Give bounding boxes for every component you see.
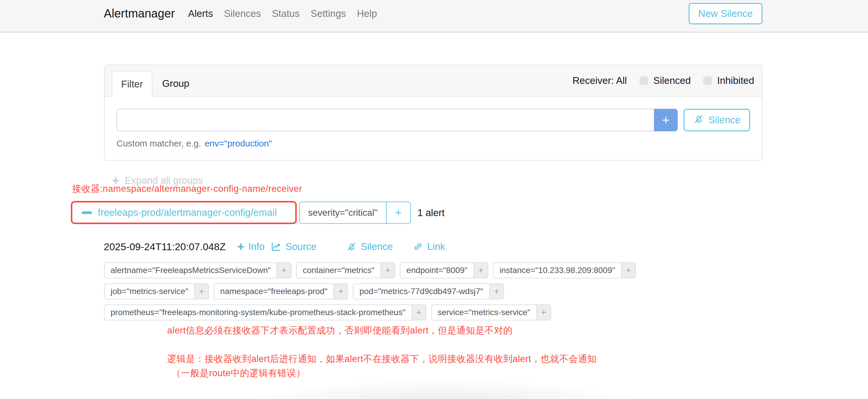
- silence-matchers-label: Silence: [709, 115, 741, 126]
- group-matcher-pill: severity="critical" +: [299, 202, 411, 224]
- alert-label-pill[interactable]: alertname="FreeleapsMetricsServiceDown" …: [104, 262, 291, 278]
- alert-label-pill[interactable]: pod="metrics-77d9cdb497-wdsj7" +: [353, 283, 504, 299]
- alert-label-text: container="metrics": [297, 263, 380, 278]
- matcher-input[interactable]: [117, 109, 654, 131]
- alert-label-text: pod="metrics-77d9cdb497-wdsj7": [353, 284, 489, 299]
- filter-card-body: + Silence Custom matcher, e.g.env="produ…: [105, 97, 762, 161]
- label-add-matcher-button[interactable]: +: [489, 284, 503, 299]
- alert-silence-label: Silence: [361, 241, 393, 252]
- inhibited-checkbox[interactable]: [703, 76, 712, 85]
- alert-label-text: alertname="FreeleapsMetricsServiceDown": [105, 263, 277, 278]
- filter-header-controls: Receiver: All Silenced Inhibited: [572, 65, 754, 96]
- filter-card-header: Filter Group Receiver: All Silenced Inhi…: [105, 65, 762, 97]
- alert-link-label: Link: [427, 241, 445, 252]
- receiver-group-name: freeleaps-prod/alertmanager-config/email: [98, 207, 277, 218]
- alert-info-button[interactable]: + Info: [237, 240, 265, 254]
- nav-status[interactable]: Status: [272, 8, 300, 19]
- main-nav: Alerts Silences Status Settings Help: [188, 8, 377, 19]
- alert-label-text: endpoint="8009": [401, 263, 473, 278]
- nav-help[interactable]: Help: [357, 8, 377, 19]
- annotation-note: 逻辑是：接收器收到alert后进行通知，如果alert不在接收器下，说明接收器没…: [167, 353, 596, 365]
- link-icon: [413, 241, 423, 252]
- label-add-matcher-button[interactable]: +: [473, 263, 488, 278]
- nav-alerts[interactable]: Alerts: [188, 8, 213, 19]
- alert-label-pill[interactable]: endpoint="8009" +: [400, 262, 488, 278]
- silenced-checkbox[interactable]: [640, 76, 648, 85]
- alert-label-pill[interactable]: namespace="freeleaps-prod" +: [214, 283, 348, 299]
- silence-matchers-button[interactable]: Silence: [684, 109, 750, 131]
- alert-info-label: Info: [248, 241, 265, 252]
- tab-group[interactable]: Group: [152, 71, 199, 96]
- inhibited-toggle[interactable]: Inhibited: [703, 75, 754, 86]
- tab-filter[interactable]: Filter: [112, 71, 152, 97]
- alert-source-link[interactable]: Source: [270, 240, 317, 254]
- silenced-label: Silenced: [653, 75, 691, 86]
- label-add-matcher-button[interactable]: +: [536, 305, 551, 320]
- matcher-hint-text: Custom matcher, e.g.: [117, 139, 201, 148]
- receiver-group-button[interactable]: freeleaps-prod/alertmanager-config/email: [71, 201, 297, 224]
- alertmanager-page: Alertmanager Alerts Silences Status Sett…: [0, 0, 868, 399]
- alert-label-row: alertname="FreeleapsMetricsServiceDown" …: [104, 262, 636, 278]
- label-add-matcher-button[interactable]: +: [194, 284, 208, 299]
- nav-settings[interactable]: Settings: [311, 8, 346, 19]
- app-brand[interactable]: Alertmanager: [104, 7, 175, 20]
- top-navbar: Alertmanager Alerts Silences Status Sett…: [0, 0, 868, 33]
- new-silence-button[interactable]: New Silence: [689, 3, 763, 24]
- alert-count: 1 alert: [417, 202, 445, 224]
- alert-label-pill[interactable]: service="metrics-service" +: [431, 304, 551, 320]
- inhibited-label: Inhibited: [717, 75, 754, 86]
- alert-label-text: job="metrics-service": [105, 284, 194, 299]
- alert-permalink[interactable]: Link: [413, 240, 445, 254]
- group-matcher-add-button[interactable]: +: [386, 202, 410, 223]
- bottom-shadow-artifact: [216, 379, 670, 399]
- label-add-matcher-button[interactable]: +: [380, 263, 395, 278]
- nav-silences[interactable]: Silences: [224, 8, 261, 19]
- matcher-input-group: + Silence: [117, 109, 750, 131]
- alert-timestamp: 2025-09-24T11:20:07.048Z: [104, 240, 226, 254]
- collapse-minus-icon: [82, 211, 92, 214]
- add-matcher-button[interactable]: +: [654, 109, 678, 131]
- alert-label-row: job="metrics-service" + namespace="freel…: [104, 283, 504, 299]
- alert-label-pill[interactable]: job="metrics-service" +: [104, 283, 209, 299]
- receiver-annotation-text: 接收器:namespace/altermanager-config-name/r…: [72, 183, 302, 195]
- matcher-hint-example-link[interactable]: env="production": [205, 139, 272, 148]
- bell-slash-icon: [346, 241, 357, 252]
- label-add-matcher-button[interactable]: +: [411, 305, 426, 320]
- bell-slash-icon: [693, 113, 704, 127]
- annotation-note: （一般是route中的逻辑有错误）: [172, 367, 305, 379]
- alert-label-row: prometheus="freeleaps-monitoring-system/…: [104, 304, 551, 320]
- plus-icon: +: [237, 242, 245, 252]
- alert-source-label: Source: [285, 241, 317, 252]
- alert-label-pill[interactable]: instance="10.233.98.209:8009" +: [493, 262, 636, 278]
- chart-icon: [270, 241, 282, 252]
- matcher-hint: Custom matcher, e.g.env="production": [117, 139, 750, 149]
- alert-label-text: instance="10.233.98.209:8009": [494, 263, 621, 278]
- receiver-filter[interactable]: Receiver: All: [572, 75, 627, 86]
- annotation-note: alert信息必须在接收器下才表示配置成功，否则即使能看到alert，但是通知是…: [167, 324, 513, 337]
- alert-label-text: prometheus="freeleaps-monitoring-system/…: [105, 305, 411, 320]
- alert-label-pill[interactable]: prometheus="freeleaps-monitoring-system/…: [104, 304, 426, 320]
- silenced-toggle[interactable]: Silenced: [640, 75, 691, 86]
- label-add-matcher-button[interactable]: +: [333, 284, 347, 299]
- filter-card: Filter Group Receiver: All Silenced Inhi…: [104, 65, 763, 161]
- alert-label-text: service="metrics-service": [432, 305, 536, 320]
- label-add-matcher-button[interactable]: +: [277, 263, 291, 278]
- group-matcher-label[interactable]: severity="critical": [300, 202, 386, 223]
- alert-silence-button[interactable]: Silence: [346, 240, 393, 254]
- alert-label-pill[interactable]: container="metrics" +: [296, 262, 395, 278]
- alert-label-text: namespace="freeleaps-prod": [214, 284, 334, 299]
- label-add-matcher-button[interactable]: +: [621, 263, 635, 278]
